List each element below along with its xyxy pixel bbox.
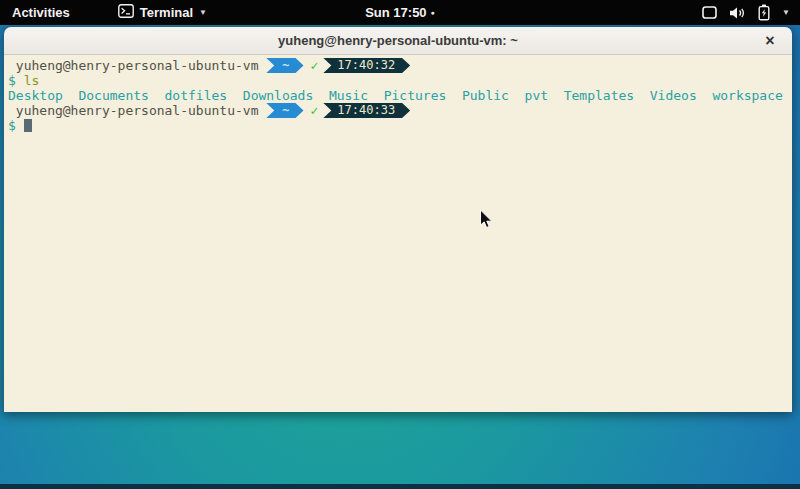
prompt-dollar: $ bbox=[8, 73, 24, 88]
prompt-line-2: yuheng@henry-personal-ubuntu-vm ~✓17:40:… bbox=[8, 103, 792, 118]
prompt-line-1: yuheng@henry-personal-ubuntu-vm ~✓17:40:… bbox=[8, 58, 792, 73]
clock-button[interactable]: Sun 17:50 ● bbox=[365, 5, 435, 20]
prompt-dollar: $ bbox=[8, 118, 24, 133]
close-icon: × bbox=[765, 32, 774, 50]
clock-label: Sun 17:50 bbox=[365, 5, 426, 20]
prompt-time-segment: 17:40:33 bbox=[323, 103, 410, 118]
prompt-username: yuheng@henry-personal-ubuntu-vm bbox=[8, 103, 266, 118]
terminal-cursor bbox=[24, 119, 32, 132]
system-tray-button[interactable]: ▼ bbox=[692, 0, 800, 25]
window-titlebar[interactable]: yuheng@henry-personal-ubuntu-vm: ~ × bbox=[4, 27, 792, 55]
notification-dot-icon: ● bbox=[431, 9, 435, 16]
chevron-down-icon: ▼ bbox=[199, 8, 207, 17]
top-bar: Activities Terminal ▼ Sun 17:50 ● ▼ bbox=[0, 0, 800, 25]
activities-button[interactable]: Activities bbox=[0, 0, 82, 25]
terminal-icon bbox=[118, 4, 134, 21]
chevron-down-icon: ▼ bbox=[782, 8, 790, 17]
check-icon: ✓ bbox=[304, 58, 323, 73]
desktop-bottom-strip bbox=[0, 484, 800, 489]
input-line[interactable]: $ bbox=[8, 118, 792, 133]
prompt-path-segment: ~ bbox=[266, 58, 303, 73]
terminal-body[interactable]: yuheng@henry-personal-ubuntu-vm ~✓17:40:… bbox=[4, 55, 792, 412]
prompt-time-segment: 17:40:32 bbox=[323, 58, 410, 73]
prompt-username: yuheng@henry-personal-ubuntu-vm bbox=[8, 58, 266, 73]
activities-label: Activities bbox=[12, 5, 70, 20]
ls-output-line: Desktop Documents dotfiles Downloads Mus… bbox=[8, 88, 792, 103]
prompt-path-segment: ~ bbox=[266, 103, 303, 118]
battery-charging-icon bbox=[758, 4, 770, 21]
close-button[interactable]: × bbox=[758, 27, 782, 55]
command-text: ls bbox=[24, 73, 40, 88]
app-menu-label: Terminal bbox=[140, 5, 193, 20]
command-line: $ ls bbox=[8, 73, 792, 88]
window-title: yuheng@henry-personal-ubuntu-vm: ~ bbox=[278, 33, 518, 48]
terminal-app-menu[interactable]: Terminal ▼ bbox=[110, 0, 215, 25]
volume-icon bbox=[729, 6, 746, 20]
check-icon: ✓ bbox=[304, 103, 323, 118]
terminal-window: yuheng@henry-personal-ubuntu-vm: ~ × yuh… bbox=[3, 26, 793, 412]
network-icon bbox=[702, 6, 717, 19]
